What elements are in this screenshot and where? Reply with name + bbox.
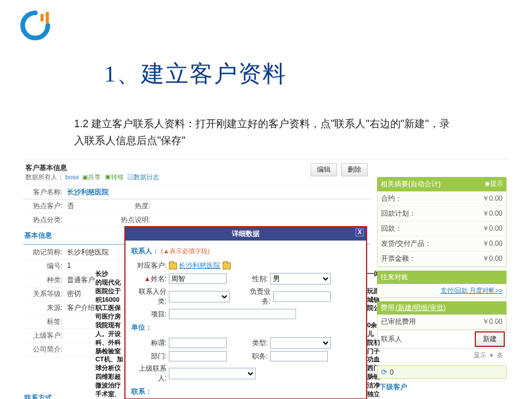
dept-input[interactable] <box>169 351 227 361</box>
svg-rect-0 <box>40 14 43 21</box>
new-contact-button[interactable]: 新建 <box>475 331 505 347</box>
log-link[interactable]: ▤数据日志 <box>127 173 159 180</box>
basic-info-title: 客户基本信息 <box>25 164 67 172</box>
hot-desc-label: 热点说明: <box>111 213 153 227</box>
unit-section: 单位： <box>131 320 360 336</box>
job-input[interactable] <box>270 351 328 361</box>
refresh-row[interactable]: ⟳ 0 <box>377 365 507 379</box>
folder-icon[interactable] <box>169 263 177 269</box>
dialog-title: 详细数据 X <box>125 227 366 241</box>
name-input[interactable] <box>169 274 227 284</box>
comm-section: 联系： <box>131 385 360 399</box>
heat-label: 热度: <box>111 200 153 213</box>
customer-link[interactable]: 长沙利慈医院 <box>179 261 220 269</box>
required-note: (▲表示必填字段) <box>161 247 209 254</box>
reconcile-link[interactable]: 支付/回款 月度对帐>> <box>378 284 506 297</box>
edit-button[interactable]: 编辑 <box>311 163 337 176</box>
contact-label: 联系人 <box>378 331 405 347</box>
hot-label: 热点客户: <box>23 200 65 213</box>
gender-select[interactable]: 男 <box>270 273 331 285</box>
reconcile-header: 往来对账 <box>377 271 507 284</box>
fee-links[interactable]: (新建/明细/审批) <box>396 304 446 312</box>
detail-dialog: 详细数据 X 联系人： (▲表示必填字段) 对应客户: 长沙利慈医院 <box>124 226 367 399</box>
page-title: 1、建立客户资料 <box>104 58 287 90</box>
refresh-icon: ⟳ <box>381 368 387 376</box>
page-subtitle: 1.2 建立客户联系人资料：打开刚建立好的客户资料，点"联系人"右边的"新建"，… <box>74 116 450 149</box>
summary-panel-header: 相关摘要(自动合计) ◉提示 <box>377 177 507 191</box>
title-input[interactable] <box>169 338 227 348</box>
contact-section: 联系人： <box>131 247 159 255</box>
owner-prefix: 数据所有人： <box>25 173 64 180</box>
delete-button[interactable]: 删除 <box>341 163 368 176</box>
hot-value: 否 <box>65 200 111 213</box>
profile-fragment-left: 长沙 的现代化 医院位于 积16000 职工医保 司医疗房 我院现有 人。开设 … <box>23 269 124 397</box>
folder-icon[interactable] <box>223 263 231 269</box>
customer-name-label: 客户名称: <box>23 186 65 199</box>
tip-icon[interactable]: ◉提示 <box>485 179 503 188</box>
logo <box>17 9 53 42</box>
close-icon[interactable]: X <box>356 228 364 237</box>
contact-category-select[interactable] <box>169 291 230 302</box>
supervisor-select[interactable] <box>169 368 256 379</box>
share-link[interactable]: ▣共享 <box>82 173 101 180</box>
customer-name: 长沙利慈医院 <box>65 186 370 199</box>
type-select[interactable] <box>270 337 331 349</box>
sub-customer-label[interactable]: 下级客户 <box>377 379 507 396</box>
transfer-link[interactable]: ▣转移 <box>105 173 124 180</box>
biz-input[interactable] <box>273 291 331 302</box>
contact-mode-section: 联系方式 <box>23 391 53 399</box>
project-input[interactable] <box>169 309 296 319</box>
app-screenshot: 客户基本信息 编辑 删除 数据所有人： boss ▣共享 ▣转移 ▤数据日志 客… <box>23 159 509 399</box>
refresh-count: 0 <box>390 368 394 376</box>
svg-rect-1 <box>46 12 49 23</box>
hot-cat-label: 热点分类: <box>23 213 65 227</box>
fee-header: 费用(新建/明细/审批) <box>377 301 507 315</box>
owner-name[interactable]: boss <box>65 173 79 180</box>
